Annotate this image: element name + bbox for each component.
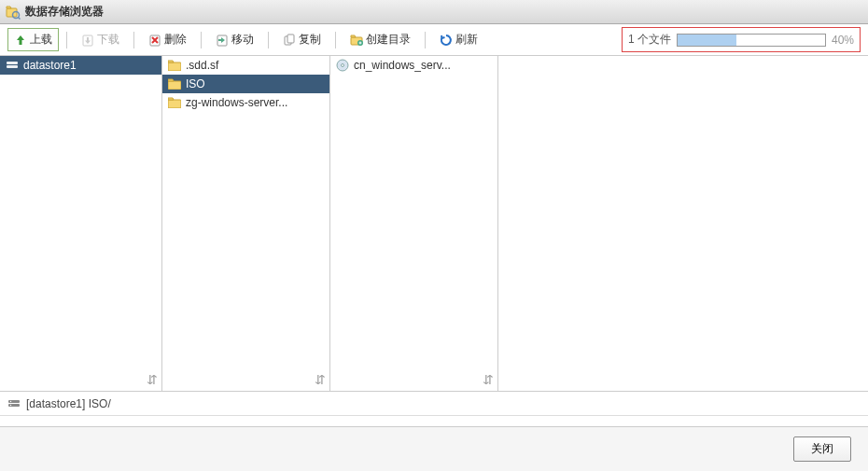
footer: 关闭 [0, 426, 868, 471]
svg-rect-10 [7, 62, 18, 64]
separator [335, 32, 336, 48]
column-datastore: datastore1 ⇵ [0, 56, 162, 391]
progress-percent: 40% [832, 34, 854, 47]
upload-progress: 1 个文件 40% [622, 27, 861, 52]
title-bar: 数据存储浏览器 [0, 0, 868, 24]
mkdir-label: 创建目录 [366, 32, 411, 48]
svg-point-16 [342, 64, 344, 67]
list-item[interactable]: cn_windows_serv... [330, 56, 497, 75]
item-label: datastore1 [23, 59, 77, 72]
current-path: [datastore1] ISO/ [26, 397, 111, 410]
separator [201, 32, 202, 48]
column-preview [498, 56, 868, 391]
refresh-icon [440, 34, 453, 47]
list-item[interactable]: ISO [162, 75, 329, 93]
separator [268, 32, 269, 48]
separator [425, 32, 426, 48]
move-label: 移动 [231, 32, 254, 48]
column-file: cn_windows_serv... ⇵ [330, 56, 498, 391]
copy-icon [283, 34, 296, 47]
refresh-label: 刷新 [455, 32, 478, 48]
move-button[interactable]: 移动 [209, 28, 260, 51]
progress-bar [677, 34, 826, 47]
item-label: cn_windows_serv... [354, 59, 451, 72]
item-label: ISO [186, 77, 205, 90]
copy-button[interactable]: 复制 [276, 28, 328, 51]
window-title: 数据存储浏览器 [25, 4, 104, 20]
copy-label: 复制 [299, 32, 321, 48]
download-icon [81, 34, 94, 47]
mkdir-button[interactable]: 创建目录 [343, 28, 417, 51]
item-label: .sdd.sf [186, 59, 218, 72]
close-button[interactable]: 关闭 [793, 436, 851, 462]
item-icon [168, 97, 181, 108]
svg-rect-14 [168, 100, 181, 108]
upload-icon [14, 34, 27, 47]
delete-icon [148, 34, 161, 47]
download-label: 下载 [97, 32, 119, 48]
svg-rect-0 [7, 8, 17, 17]
separator [66, 32, 67, 48]
resize-handle[interactable]: ⇵ [147, 372, 158, 387]
list-item[interactable]: .sdd.sf [162, 56, 329, 75]
resize-handle[interactable]: ⇵ [483, 372, 494, 387]
svg-line-2 [19, 17, 21, 19]
list-item[interactable]: zg-windows-server... [162, 93, 329, 112]
toolbar: 上载 下载 删除 移动 复制 创建目录 [0, 24, 868, 56]
list-item[interactable]: datastore1 [0, 56, 161, 75]
progress-label: 1 个文件 [628, 32, 671, 48]
delete-label: 删除 [164, 32, 187, 48]
svg-rect-13 [168, 81, 181, 90]
folder-add-icon [350, 34, 363, 47]
path-bar: [datastore1] ISO/ [0, 392, 868, 416]
upload-label: 上载 [30, 32, 52, 48]
progress-fill [678, 35, 736, 46]
svg-point-20 [10, 404, 11, 405]
svg-rect-11 [7, 65, 18, 68]
column-folder: .sdd.sfISOzg-windows-server... ⇵ [162, 56, 330, 391]
refresh-button[interactable]: 刷新 [433, 28, 484, 51]
svg-rect-12 [168, 62, 181, 71]
datastore-icon [7, 397, 21, 410]
item-icon [6, 59, 19, 72]
download-button: 下载 [75, 28, 126, 51]
svg-point-19 [10, 400, 11, 401]
move-icon [216, 34, 229, 47]
item-icon [168, 60, 181, 71]
delete-button[interactable]: 删除 [142, 28, 193, 51]
browser-columns: datastore1 ⇵ .sdd.sfISOzg-windows-server… [0, 56, 868, 392]
item-icon [336, 59, 349, 72]
datastore-browser-icon [6, 5, 21, 20]
separator [133, 32, 134, 48]
item-icon [168, 78, 181, 90]
resize-handle[interactable]: ⇵ [315, 372, 326, 387]
upload-button[interactable]: 上载 [7, 28, 59, 51]
svg-rect-7 [287, 35, 294, 43]
item-label: zg-windows-server... [186, 96, 287, 109]
